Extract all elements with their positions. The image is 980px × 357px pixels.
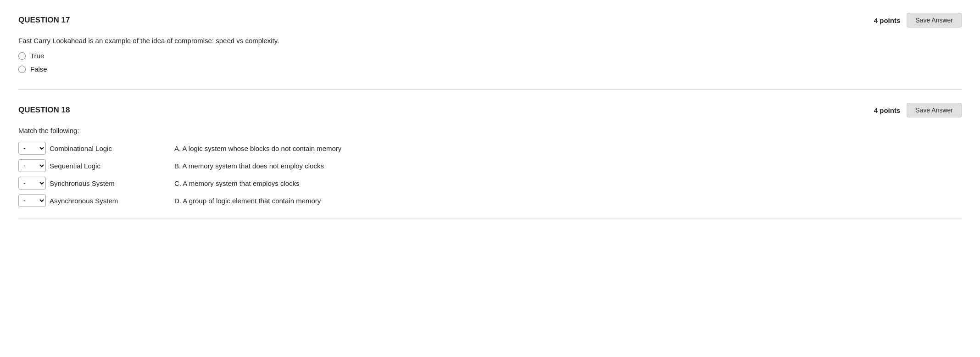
match-left-0: -ABCDCombinational Logic: [18, 142, 156, 155]
q17-true-label[interactable]: True: [30, 52, 44, 60]
question-18-save-button[interactable]: Save Answer: [907, 103, 962, 117]
question-18-meta: 4 points Save Answer: [874, 103, 962, 117]
match-term-3: Asynchronous System: [50, 197, 118, 205]
match-grid: -ABCDCombinational LogicA. A logic syste…: [18, 142, 962, 207]
match-term-1: Sequential Logic: [50, 162, 100, 170]
match-term-2: Synchronous System: [50, 179, 115, 187]
question-17-title: QUESTION 17: [18, 16, 70, 25]
match-left-2: -ABCDSynchronous System: [18, 177, 156, 190]
match-select-1[interactable]: -ABCD: [18, 159, 46, 172]
question-18-title: QUESTION 18: [18, 106, 70, 115]
question-17-header: QUESTION 17 4 points Save Answer: [18, 13, 962, 28]
match-def-0: A. A logic system whose blocks do not co…: [174, 142, 962, 155]
q17-option-true: True: [18, 52, 962, 60]
question-17-text: Fast Carry Lookahead is an example of th…: [18, 37, 962, 45]
question-17-points: 4 points: [874, 17, 901, 24]
question-17-meta: 4 points Save Answer: [874, 13, 962, 28]
match-select-3[interactable]: -ABCD: [18, 194, 46, 207]
match-def-2: C. A memory system that employs clocks: [174, 177, 962, 190]
question-17-block: QUESTION 17 4 points Save Answer Fast Ca…: [18, 0, 962, 90]
q17-true-radio[interactable]: [18, 52, 26, 60]
match-select-0[interactable]: -ABCD: [18, 142, 46, 155]
match-def-1: B. A memory system that does not employ …: [174, 159, 962, 172]
q17-false-label[interactable]: False: [30, 65, 47, 73]
question-18-text: Match the following:: [18, 127, 962, 134]
q17-option-false: False: [18, 65, 962, 73]
question-18-points: 4 points: [874, 106, 901, 114]
page-container: QUESTION 17 4 points Save Answer Fast Ca…: [0, 0, 980, 218]
question-17-save-button[interactable]: Save Answer: [907, 13, 962, 28]
q17-false-radio[interactable]: [18, 66, 26, 73]
question-18-header: QUESTION 18 4 points Save Answer: [18, 103, 962, 117]
match-left-1: -ABCDSequential Logic: [18, 159, 156, 172]
match-def-3: D. A group of logic element that contain…: [174, 194, 962, 207]
match-term-0: Combinational Logic: [50, 145, 112, 152]
match-left-3: -ABCDAsynchronous System: [18, 194, 156, 207]
match-select-2[interactable]: -ABCD: [18, 177, 46, 190]
question-18-block: QUESTION 18 4 points Save Answer Match t…: [18, 90, 962, 218]
